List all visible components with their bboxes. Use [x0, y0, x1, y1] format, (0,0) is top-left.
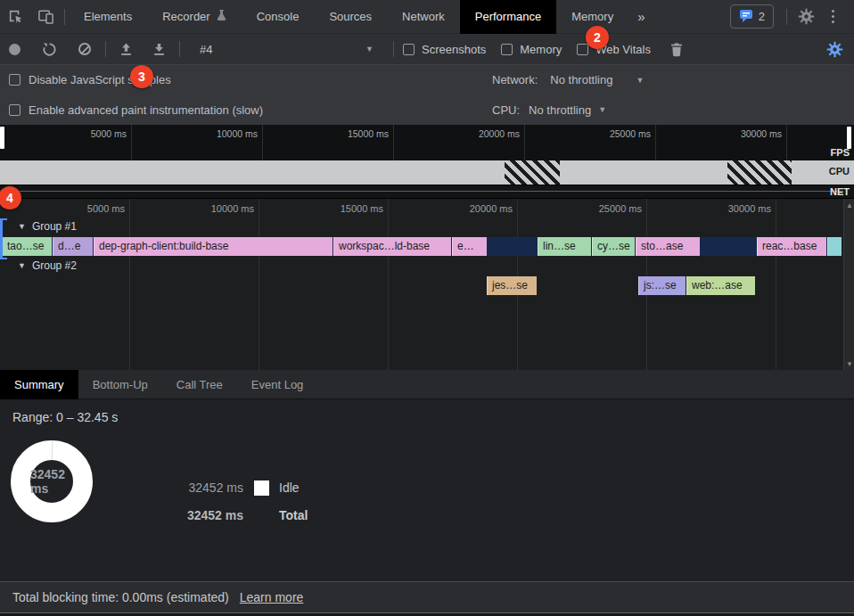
chevron-down-icon: ▼ [636, 76, 644, 85]
legend-value: 32452 ms [172, 480, 243, 495]
advanced-paint-checkbox[interactable]: Enable advanced paint instrumentation (s… [9, 103, 263, 117]
trash-icon[interactable] [666, 34, 687, 64]
annotation-badge: 2 [586, 26, 609, 49]
tick-label: 30000 ms [741, 128, 782, 139]
group-2-track: jes…sejs:…seweb:…ase [0, 276, 843, 296]
group-2-header[interactable]: ▼ Group #2 [18, 259, 77, 272]
tick-line [786, 125, 787, 160]
checkbox-label: Screenshots [422, 43, 486, 56]
tab-label: Memory [571, 10, 613, 23]
timeline-bar[interactable]: web:…ase [686, 276, 755, 295]
time-breakdown-donut: 32452 ms [11, 440, 93, 522]
checkbox-box[interactable] [403, 44, 415, 55]
checkbox-box[interactable] [9, 74, 21, 86]
overview-right-handle[interactable] [847, 127, 851, 149]
flame-chart[interactable]: 5000 ms10000 ms15000 ms20000 ms25000 ms3… [0, 198, 854, 370]
overview-left-handle[interactable] [0, 127, 4, 149]
tick-label: 25000 ms [599, 203, 642, 214]
flame-scrollbar[interactable]: ▲ ▼ [843, 199, 854, 371]
settings-gear-icon[interactable] [791, 0, 821, 34]
timeline-bar[interactable]: jes…se [487, 276, 537, 295]
checkbox-label: Enable advanced paint instrumentation (s… [29, 103, 263, 117]
tab-label: Elements [84, 10, 132, 23]
timeline-bar[interactable]: sto…ase [636, 237, 700, 256]
kebab-menu-icon[interactable] [821, 10, 845, 23]
timeline-bar[interactable]: lin…se [538, 237, 591, 256]
tab-sources[interactable]: Sources [314, 0, 387, 34]
timeline-bar[interactable]: workspac…ld-base [333, 237, 451, 256]
summary-panel: Range: 0 – 32.45 s 32452 ms 32452 ms Idl… [0, 399, 854, 581]
overview-fps-lane: FPS 5000 ms10000 ms15000 ms20000 ms25000… [0, 125, 854, 160]
tick-label: 20000 ms [479, 128, 520, 139]
tab-summary[interactable]: Summary [0, 370, 78, 399]
tab-label: Bottom-Up [93, 378, 148, 391]
timeline-bar[interactable]: cy…se [592, 237, 635, 256]
network-throttling-select[interactable]: Network: No throttling ▼ [492, 73, 644, 86]
capture-config-row-2: Enable advanced paint instrumentation (s… [0, 94, 854, 125]
recording-session-select[interactable]: #4 ▼ [191, 38, 382, 60]
devtools-tab-bar: Elements Recorder Console Sources Networ… [0, 0, 854, 34]
memory-checkbox[interactable]: Memory [501, 43, 562, 56]
legend-label: Idle [279, 480, 300, 495]
tab-performance[interactable]: Performance [460, 0, 556, 34]
tick-label: 15000 ms [348, 128, 389, 139]
capture-settings-gear-icon[interactable] [816, 34, 854, 64]
tab-console[interactable]: Console [242, 0, 315, 34]
tab-call-tree[interactable]: Call Tree [162, 370, 237, 399]
bottom-edge [0, 612, 854, 616]
divider [64, 9, 65, 25]
load-profile-icon[interactable] [110, 34, 143, 64]
learn-more-link[interactable]: Learn more [240, 590, 304, 604]
group-label: Group #1 [32, 220, 77, 233]
flask-icon [216, 9, 226, 24]
legend-label: Total [279, 508, 308, 522]
legend-row-total: 32452 ms Total [172, 505, 308, 526]
chevron-down-icon: ▼ [365, 45, 374, 53]
checkbox-box[interactable] [501, 44, 513, 55]
timeline-bar[interactable]: js:…se [638, 276, 686, 295]
divider [393, 41, 394, 57]
timeline-bar[interactable]: dep-graph-client:build-base [94, 237, 333, 256]
checkbox-box[interactable] [577, 44, 588, 55]
tick-label: 5000 ms [91, 128, 127, 139]
cpu-throttling-select[interactable]: CPU: No throttling ▼ [492, 103, 606, 117]
inspect-element-icon[interactable] [0, 0, 30, 34]
range-label: Range: 0 – 32.45 s [12, 410, 118, 424]
timeline-bar[interactable]: reac…base [757, 237, 826, 256]
tab-elements[interactable]: Elements [69, 0, 147, 34]
screenshots-checkbox[interactable]: Screenshots [403, 43, 486, 56]
scroll-up-icon[interactable]: ▲ [844, 201, 854, 209]
group-1-header[interactable]: ▼ Group #1 [18, 220, 77, 233]
device-toolbar-icon[interactable] [30, 0, 61, 34]
performance-toolbar: #4 ▼ Screenshots Memory Web Vitals [0, 34, 854, 64]
capture-config-row-1: Disable JavaScript samples Network: No t… [0, 64, 854, 94]
issues-chat-button[interactable]: 2 [730, 4, 774, 29]
reload-and-record-icon[interactable] [31, 34, 68, 64]
clear-recording-icon[interactable] [78, 43, 91, 55]
scroll-down-icon[interactable]: ▼ [844, 360, 854, 368]
network-label: Network: [492, 73, 538, 86]
timeline-bar[interactable]: d…e [53, 237, 93, 256]
details-tab-bar: Summary Bottom-Up Call Tree Event Log [0, 370, 854, 399]
tab-network[interactable]: Network [387, 0, 460, 34]
save-profile-icon[interactable] [143, 34, 176, 64]
tick-line [524, 125, 525, 160]
tab-label: Sources [329, 10, 372, 23]
cpu-busy-region [505, 160, 560, 185]
timeline-bar[interactable] [827, 237, 842, 256]
network-activity-line [20, 191, 843, 192]
checkbox-box[interactable] [9, 104, 21, 116]
timeline-bar[interactable]: tao…se [2, 237, 52, 256]
tick-label: 10000 ms [211, 203, 254, 214]
net-lane-label: NET [830, 186, 850, 197]
record-button[interactable] [9, 44, 21, 55]
tab-recorder[interactable]: Recorder [147, 0, 241, 34]
timeline-bar[interactable]: e… [452, 237, 487, 256]
more-tabs-chevron-icon[interactable]: » [628, 9, 653, 24]
timeline-overview[interactable]: FPS 5000 ms10000 ms15000 ms20000 ms25000… [0, 125, 854, 198]
tab-label: Network [402, 10, 445, 23]
tab-label: Performance [475, 10, 541, 23]
tab-bottom-up[interactable]: Bottom-Up [78, 370, 162, 399]
tab-event-log[interactable]: Event Log [237, 370, 318, 399]
group-1-track: tao…sed…edep-graph-client:build-basework… [0, 237, 843, 257]
